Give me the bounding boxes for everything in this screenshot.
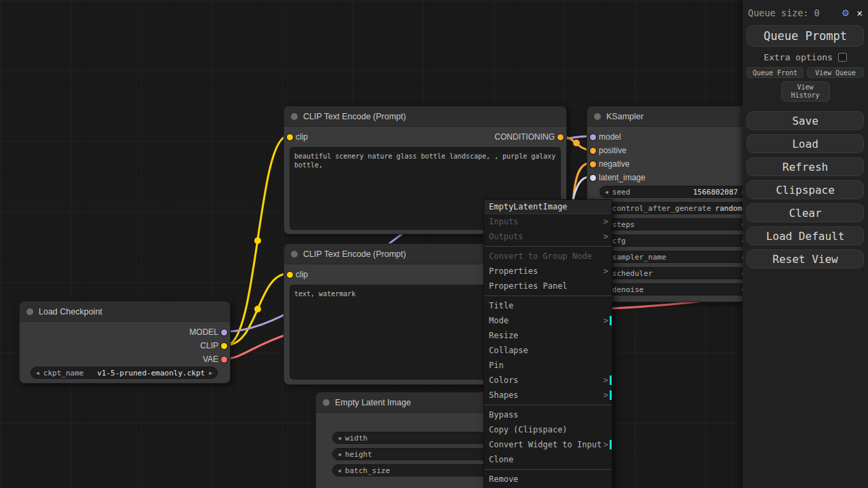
collapse-dot-icon[interactable] xyxy=(323,399,330,406)
menu-item-label: Convert Widget to Input xyxy=(489,440,601,449)
stepper-right-icon[interactable]: ▶ xyxy=(209,370,212,376)
menu-item-convert-widget-to-input[interactable]: Convert Widget to Input > xyxy=(484,437,612,452)
widget-label: steps xyxy=(612,220,635,229)
submenu-arrow-icon: > xyxy=(604,214,608,229)
widget-label: width xyxy=(345,434,368,443)
widget-label: cfg xyxy=(612,237,626,245)
menu-item-remove[interactable]: Remove xyxy=(484,472,612,487)
menu-item-label: Copy (Clipspace) xyxy=(489,425,568,434)
widget-label: seed xyxy=(612,188,631,197)
menu-item-outputs: Outputs > xyxy=(484,229,612,244)
sampler-name-widget[interactable]: ◀ sampler_name ▶ xyxy=(599,251,751,263)
widget-value: v1-5-pruned-emaonly.ckpt xyxy=(97,369,205,378)
submenu-arrow-icon: > xyxy=(604,437,608,452)
stepper-left-icon[interactable]: ◀ xyxy=(338,468,341,474)
menu-item-label: Mode xyxy=(489,316,509,325)
menu-item-properties-panel[interactable]: Properties Panel xyxy=(484,279,612,293)
slot-label: latent_image xyxy=(599,173,646,182)
submenu-arrow-icon: > xyxy=(604,313,608,328)
node-title-bar[interactable]: CLIP Text Encode (Prompt) xyxy=(284,106,566,127)
view-queue-button[interactable]: View Queue xyxy=(807,67,864,78)
cfg-widget[interactable]: ◀ cfg ▶ xyxy=(599,235,751,247)
ckpt-name-widget[interactable]: ◀ ckpt_name v1-5-pruned-emaonly.ckpt ▶ xyxy=(31,367,218,379)
slot-label: MODEL xyxy=(189,327,218,337)
menu-item-label: Pin xyxy=(489,361,504,370)
menu-item-label: Inputs xyxy=(489,217,518,226)
load-default-button[interactable]: Load Default xyxy=(747,226,864,245)
submenu-highlight xyxy=(610,375,612,385)
node-load-checkpoint[interactable]: Load Checkpoint MODEL CLIP VAE ◀ ckpt_na… xyxy=(19,301,231,384)
stepper-left-icon[interactable]: ◀ xyxy=(36,370,39,376)
link-dot xyxy=(254,306,261,312)
menu-item-label: Title xyxy=(489,301,513,310)
queue-front-button[interactable]: Queue Front xyxy=(747,67,804,78)
node-title: KSampler xyxy=(606,112,644,121)
context-menu-title: EmptyLatentImage xyxy=(484,200,612,214)
widget-label: control_after_generate xyxy=(612,204,711,213)
slot-label: CONDITIONING xyxy=(494,132,555,142)
extra-options-label: Extra options xyxy=(764,52,833,62)
menu-item-colors[interactable]: Colors > xyxy=(484,373,612,388)
collapse-dot-icon[interactable] xyxy=(26,308,33,315)
collapse-dot-icon[interactable] xyxy=(291,251,298,258)
menu-item-pin[interactable]: Pin xyxy=(484,358,612,373)
collapse-dot-icon[interactable] xyxy=(594,113,601,120)
clip-output-slot[interactable] xyxy=(221,343,227,349)
menu-item-label: Resize xyxy=(489,331,518,340)
clipspace-button[interactable]: Clipspace xyxy=(747,180,864,199)
node-title-bar[interactable]: Load Checkpoint xyxy=(20,302,230,322)
latent-input-slot[interactable] xyxy=(590,175,596,181)
node-ksampler[interactable]: KSampler model positive negative latent_… xyxy=(587,106,760,302)
menu-item-collapse[interactable]: Collapse xyxy=(484,343,612,358)
slot-label: clip xyxy=(296,270,308,279)
node-title-bar[interactable]: KSampler xyxy=(587,106,759,127)
node-graph-canvas[interactable]: CLIP Text Encode (Prompt) clip CONDITION… xyxy=(0,0,868,488)
clip-input-slot[interactable] xyxy=(287,134,293,140)
queue-prompt-button[interactable]: Queue Prompt xyxy=(747,25,864,47)
stepper-left-icon[interactable]: ◀ xyxy=(338,435,341,441)
view-history-button[interactable]: View History xyxy=(781,81,830,102)
model-input-slot[interactable] xyxy=(590,134,596,140)
settings-gear-icon[interactable]: ⚙ xyxy=(842,7,849,18)
node-context-menu: EmptyLatentImage Inputs > Outputs > Conv… xyxy=(484,199,612,488)
reset-view-button[interactable]: Reset View xyxy=(747,249,864,268)
vae-output-slot[interactable] xyxy=(221,357,227,363)
menu-item-mode[interactable]: Mode > xyxy=(484,313,612,328)
menu-item-copy-clipspace[interactable]: Copy (Clipspace) xyxy=(484,422,612,437)
negative-input-slot[interactable] xyxy=(590,161,596,167)
load-button[interactable]: Load xyxy=(747,134,864,153)
menu-item-label: Properties Panel xyxy=(489,281,568,291)
close-icon[interactable]: ✕ xyxy=(857,8,863,18)
menu-item-label: Collapse xyxy=(489,346,528,355)
stepper-left-icon[interactable]: ◀ xyxy=(605,189,608,195)
scheduler-widget[interactable]: ◀ scheduler ▶ xyxy=(599,267,751,279)
steps-widget[interactable]: ◀ steps ▶ xyxy=(599,218,751,230)
model-output-slot[interactable] xyxy=(221,329,227,336)
save-button[interactable]: Save xyxy=(747,111,864,130)
slot-label: CLIP xyxy=(200,341,218,350)
menu-item-label: Shapes xyxy=(489,390,518,400)
denoise-widget[interactable]: ◀ denoise ▶ xyxy=(599,283,751,296)
menu-item-clone[interactable]: Clone xyxy=(484,452,612,467)
control-after-generate-widget[interactable]: ◀ control_after_generate randomize ▶ xyxy=(599,202,751,214)
refresh-button[interactable]: Refresh xyxy=(747,157,864,176)
seed-widget[interactable]: ◀ seed 1566802087 ▶ xyxy=(599,186,751,198)
menu-item-title[interactable]: Title xyxy=(484,298,612,313)
conditioning-output-slot[interactable] xyxy=(557,134,564,140)
slot-label: VAE xyxy=(203,354,218,364)
collapse-dot-icon[interactable] xyxy=(291,113,298,120)
clip-input-slot[interactable] xyxy=(287,272,293,278)
extra-options-checkbox[interactable] xyxy=(838,53,847,62)
stepper-left-icon[interactable]: ◀ xyxy=(338,451,341,458)
positive-input-slot[interactable] xyxy=(590,148,596,154)
clear-button[interactable]: Clear xyxy=(747,203,864,222)
submenu-arrow-icon: > xyxy=(604,229,608,244)
menu-item-bypass[interactable]: Bypass xyxy=(484,407,612,422)
node-title: Empty Latent Image xyxy=(335,398,411,407)
menu-item-shapes[interactable]: Shapes > xyxy=(484,388,612,403)
menu-item-properties[interactable]: Properties > xyxy=(484,264,612,279)
widget-label: batch_size xyxy=(345,466,390,475)
menu-item-resize[interactable]: Resize xyxy=(484,328,612,343)
menu-separator xyxy=(484,405,612,405)
slot-label: negative xyxy=(599,159,629,169)
